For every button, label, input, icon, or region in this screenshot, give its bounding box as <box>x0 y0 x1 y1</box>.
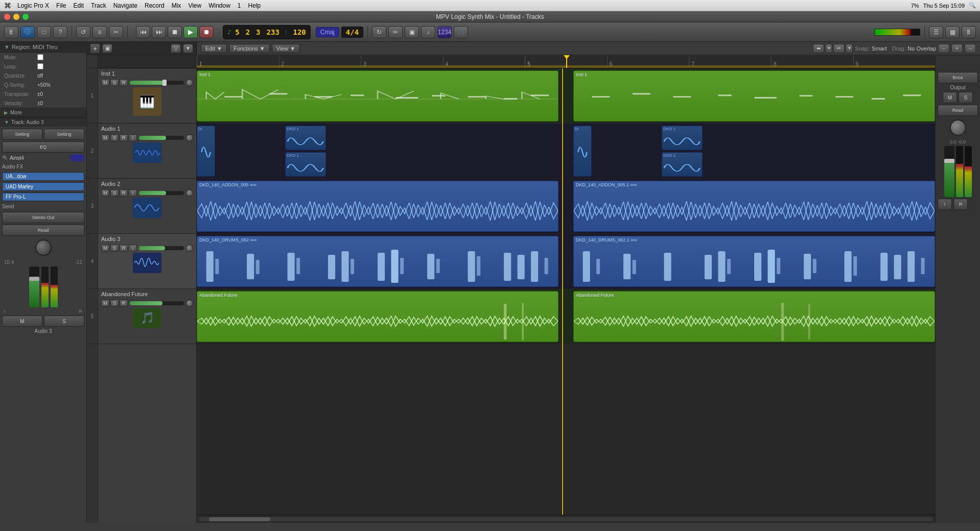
track-record-3[interactable]: R <box>120 189 128 197</box>
volume-knob[interactable] <box>35 239 52 256</box>
track-input-3[interactable]: I <box>129 189 137 197</box>
undo-btn[interactable]: ↺ <box>76 26 90 38</box>
mixer-view-btn[interactable]: 🎚 <box>962 26 976 38</box>
output-i-btn[interactable]: I <box>938 199 952 210</box>
menu-window[interactable]: Window <box>208 2 230 9</box>
clip-dkd-a1[interactable]: DKD 1 <box>285 126 325 150</box>
track-fader-4[interactable] <box>139 246 184 250</box>
help-toolbar-btn[interactable]: ? <box>53 26 67 38</box>
menu-logicprox[interactable]: Logic Pro X <box>17 2 49 9</box>
menu-record[interactable]: Record <box>145 2 165 9</box>
output-fader[interactable] <box>944 146 954 197</box>
track-record-1[interactable]: R <box>120 79 128 86</box>
play-btn[interactable]: ▶ <box>183 26 198 38</box>
settings-btn[interactable]: ≡ <box>92 26 107 38</box>
view-dropdown-btn[interactable]: View ▼ <box>272 44 300 53</box>
scissors-btn[interactable]: ✂ <box>109 26 123 38</box>
pointer-tool[interactable]: ⬌ <box>813 44 824 53</box>
read-btn-left[interactable]: Read <box>2 225 84 236</box>
metronome-btn[interactable]: ♪ <box>421 26 435 38</box>
track-options-btn[interactable]: ▽ <box>171 44 181 53</box>
add-track-btn[interactable]: + <box>90 43 100 54</box>
track-solo-4[interactable]: S <box>110 245 119 252</box>
loop-btn[interactable]: ▣ <box>405 26 419 38</box>
record-btn[interactable]: ⏺ <box>199 26 214 38</box>
track-input-2[interactable]: I <box>129 134 137 141</box>
tune-btn[interactable]: 🎵 <box>454 26 468 38</box>
clip-dkd-b1[interactable]: DKD 1 <box>662 126 702 150</box>
menu-navigate[interactable]: Navigate <box>113 2 137 9</box>
clip-inst1-a[interactable]: Inst 1 <box>197 70 558 122</box>
plugin-ffprol[interactable]: FF Pro-L <box>2 192 84 201</box>
clip-audio3-b[interactable]: DKD_140_DRUMS_062.1 ∞∞ <box>573 236 935 287</box>
time-signature[interactable]: 4/4 <box>341 27 363 38</box>
edit-dropdown-btn[interactable]: Edit ▼ <box>201 44 227 53</box>
track-mute-3[interactable]: M <box>101 189 109 197</box>
smart-controls-btn[interactable]: ▦ <box>945 26 960 38</box>
track-pan-2[interactable] <box>186 134 193 141</box>
clip-audio1-di-a[interactable]: Di <box>197 126 215 177</box>
track-mute-1[interactable]: M <box>101 79 109 86</box>
track-pan-1[interactable] <box>186 79 193 86</box>
track-pan-3[interactable] <box>186 189 193 197</box>
track-list-btn[interactable]: ▣ <box>102 44 112 53</box>
output-r-btn[interactable]: R <box>953 199 968 210</box>
minimize-button[interactable] <box>13 14 19 20</box>
clip-inst1-b[interactable]: Inst 1 <box>573 70 935 122</box>
zoom-in-btn[interactable]: + <box>951 44 963 53</box>
menu-edit[interactable]: Edit <box>73 2 84 9</box>
menu-1[interactable]: 1 <box>238 2 241 9</box>
menu-mix[interactable]: Mix <box>172 2 181 9</box>
functions-dropdown-btn[interactable]: Functions ▼ <box>229 44 270 53</box>
plugin-uadmarley[interactable]: UAD Marley <box>2 182 84 191</box>
maximize-button[interactable] <box>22 14 29 20</box>
track-solo-2[interactable]: S <box>110 134 119 141</box>
track-zoom-btn[interactable]: ▼ <box>183 44 193 53</box>
clip-audio2-a[interactable]: DKD_140_ADDON_005 ∞∞ <box>197 181 558 232</box>
track-record-4[interactable]: R <box>120 245 128 252</box>
browser-btn[interactable]: □ <box>37 26 51 38</box>
inspector-loop-checkbox[interactable] <box>37 63 43 69</box>
clip-audio1-di-b[interactable]: Di <box>573 126 592 177</box>
horizontal-scrollbar[interactable] <box>197 515 935 523</box>
clip-audio3-a[interactable]: DKD_140_DRUMS_062 ∞∞ <box>197 236 558 287</box>
track-mute-2[interactable]: M <box>101 134 109 141</box>
solo-btn[interactable]: S <box>44 316 84 327</box>
list-view-btn[interactable]: ☰ <box>929 26 943 38</box>
clip-abandoned-a[interactable]: Abandoned Future <box>197 291 558 342</box>
clip-abandoned-b[interactable]: Abandoned Future <box>573 291 935 342</box>
fast-forward-btn[interactable]: ⏭ <box>152 26 166 38</box>
plugin-uadow[interactable]: UA...dow <box>2 172 84 181</box>
track-solo-1[interactable]: S <box>110 79 119 86</box>
setting-btn-right[interactable]: Setting <box>44 129 84 140</box>
close-button[interactable] <box>4 14 10 20</box>
stop-btn[interactable]: ⏹ <box>168 26 182 38</box>
fader-channel[interactable] <box>29 267 39 307</box>
menu-view[interactable]: View <box>188 2 201 9</box>
cursor-dropdown[interactable]: ▼ <box>825 44 832 53</box>
scrollbar-thumb[interactable] <box>209 517 270 521</box>
track-fader-1[interactable] <box>130 81 184 85</box>
track-pan-4[interactable] <box>186 245 193 252</box>
drag-options-btn[interactable]: ↔ <box>938 44 949 53</box>
track-record-2[interactable]: R <box>120 134 128 141</box>
clip-dkd-b1-b[interactable]: DKD 1 <box>662 152 702 177</box>
pencil-btn[interactable]: ✏ <box>388 26 403 38</box>
menu-track[interactable]: Track <box>91 2 106 9</box>
zoom-out-btn[interactable]: ↔ <box>965 44 976 53</box>
edit-mode-btn[interactable]: ✏ <box>833 44 845 53</box>
clip-audio2-b[interactable]: DKD_140_ADDON_005.1 ∞∞ <box>573 181 935 232</box>
read-btn-right[interactable]: Read <box>938 105 978 116</box>
stereo-out-btn[interactable]: Stereo Out <box>2 212 84 223</box>
track-mute-4[interactable]: M <box>101 245 109 252</box>
mute-btn[interactable]: M <box>2 316 42 327</box>
clip-dkd-a1-b[interactable]: DKD 1 <box>285 152 325 177</box>
output-m-btn[interactable]: M <box>943 92 957 103</box>
count-in-btn[interactable]: 1234 <box>437 26 452 38</box>
track-record-5[interactable]: R <box>120 300 128 307</box>
setting-btn-left[interactable]: Setting <box>2 129 42 140</box>
apple-menu[interactable]: ⌘ <box>4 2 11 10</box>
output-knob[interactable] <box>950 119 966 136</box>
info-btn[interactable]: ⓘ <box>20 26 35 38</box>
track-fader-5[interactable] <box>130 301 184 305</box>
